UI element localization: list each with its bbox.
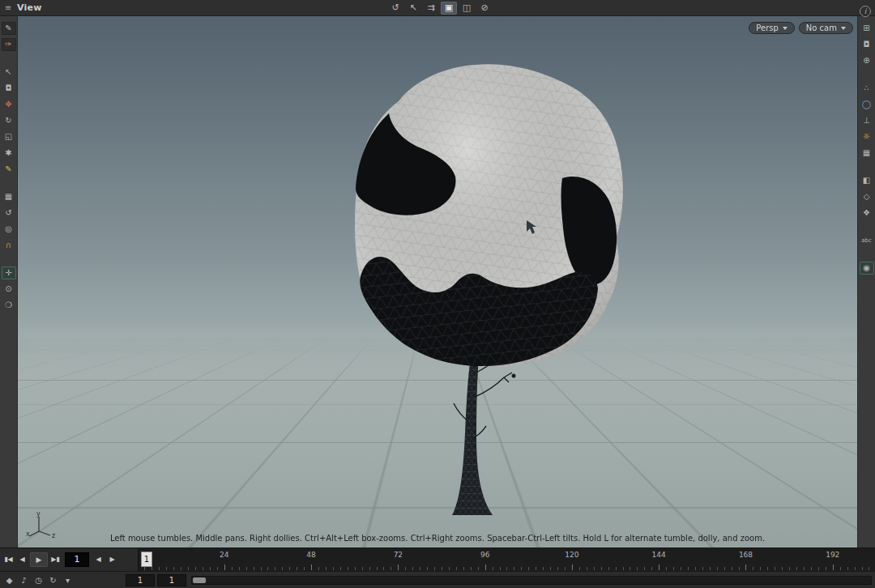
- step-back-button[interactable]: ◀: [92, 552, 105, 567]
- frame-tick: [616, 567, 617, 570]
- character-tool-icon[interactable]: ◎: [2, 223, 16, 236]
- lights-display-icon[interactable]: ☼: [860, 130, 874, 143]
- playbar-menu-icon[interactable]: ▾: [62, 574, 74, 586]
- frame-tick: [254, 567, 254, 570]
- frame-tick: [572, 565, 573, 570]
- layout-expand-icon[interactable]: ⊞: [860, 22, 874, 35]
- frame-tick: [601, 567, 602, 570]
- frame-tick: [289, 567, 290, 570]
- dynamics-tool-icon[interactable]: ↺: [2, 207, 16, 219]
- tree-trunk[interactable]: [452, 347, 517, 515]
- frame-tick: [739, 567, 740, 570]
- play-button[interactable]: ▶: [30, 552, 48, 567]
- rotate-tool-icon[interactable]: ↻: [2, 114, 16, 127]
- frame-tick: [159, 567, 160, 570]
- frame-tick: [412, 567, 413, 570]
- frame-tick: [840, 567, 841, 570]
- frame-tick: [203, 567, 203, 570]
- frame-tick: [594, 567, 595, 570]
- frame-tick: [630, 567, 630, 570]
- realtime-toggle-icon[interactable]: ◷: [32, 574, 45, 586]
- snapshot-icon[interactable]: ◉: [860, 262, 874, 275]
- jump-to-start-button[interactable]: ▮◀: [2, 552, 15, 567]
- translate-tool-icon[interactable]: ✥: [2, 98, 16, 111]
- frame-tick: [782, 567, 783, 570]
- brush-mode-icon[interactable]: ✑: [2, 38, 16, 51]
- current-frame-field[interactable]: 1: [65, 552, 89, 567]
- playhead-marker[interactable]: 1: [141, 552, 152, 567]
- frame-tick: [659, 565, 659, 570]
- frame-tick: [282, 567, 283, 570]
- frame-tick: [333, 567, 334, 570]
- frame-tick: [267, 567, 268, 570]
- frame-tick: [724, 567, 725, 570]
- no-cam-menu-button[interactable]: No cam: [799, 22, 853, 34]
- tumble-cursor-icon[interactable]: ↺: [387, 2, 403, 15]
- axis-y-label: y: [36, 510, 41, 518]
- select-tool-icon[interactable]: ↖: [2, 66, 16, 79]
- snap-tool-icon[interactable]: ✱: [2, 147, 16, 160]
- loop-mode-icon[interactable]: ↻: [47, 574, 59, 586]
- light-tool-icon[interactable]: ❍: [2, 299, 16, 312]
- no-live-icon[interactable]: ⊘: [476, 2, 493, 15]
- abc-labels-icon[interactable]: abc: [860, 234, 874, 247]
- tree-canopy[interactable]: [355, 64, 623, 367]
- normals-display-icon[interactable]: ⊥: [860, 114, 874, 127]
- points-display-icon[interactable]: ∴: [860, 82, 874, 95]
- frame-tick: [420, 567, 420, 570]
- frame-tick: [181, 567, 181, 570]
- range-slider-handle[interactable]: [193, 577, 206, 583]
- range-end-field[interactable]: 1: [157, 574, 186, 586]
- range-start-field[interactable]: 1: [126, 574, 155, 586]
- lock-selection-icon[interactable]: ◘: [2, 82, 16, 95]
- frame-tick: [796, 567, 797, 570]
- grid-display-icon[interactable]: ▦: [860, 147, 874, 160]
- frame-tick: [485, 565, 486, 570]
- viewport-toolbar: ↺↖⇉▣◫⊘: [387, 1, 493, 15]
- frame-tick: [811, 567, 812, 570]
- view-tool-icon[interactable]: ✛: [2, 266, 16, 279]
- frame-tick: [826, 567, 826, 570]
- pane-menu-icon[interactable]: ≡: [0, 3, 16, 12]
- pen-tool-icon[interactable]: ✎: [2, 163, 16, 176]
- jump-to-end-button[interactable]: ▶▮: [49, 552, 62, 567]
- edit-mode-icon[interactable]: ✎: [2, 22, 16, 35]
- point-numbers-icon[interactable]: ◯: [860, 98, 874, 111]
- pan-cursor-icon[interactable]: ⇉: [423, 2, 439, 15]
- audio-tool-icon[interactable]: ∩: [2, 239, 16, 252]
- frame-tick: [456, 567, 457, 570]
- frame-label: 120: [565, 551, 578, 559]
- step-forward-button[interactable]: ▶: [106, 552, 118, 567]
- frame-tick: [688, 567, 689, 570]
- frame-tick: [405, 567, 406, 570]
- frame-tick: [377, 567, 378, 570]
- range-slider[interactable]: [191, 576, 872, 585]
- set-pivot-icon[interactable]: ⊕: [860, 54, 874, 67]
- camera-flipbook-icon[interactable]: ◫: [459, 2, 475, 15]
- frame-label: 192: [826, 551, 839, 559]
- frame-tick: [195, 567, 196, 570]
- frame-tick: [326, 567, 327, 570]
- timeline-ruler[interactable]: 1 24487296120144168192: [138, 548, 875, 571]
- frame-tick: [767, 567, 768, 570]
- pose-tool-icon[interactable]: ▦: [2, 190, 16, 203]
- orbit-view-icon[interactable]: ⊙: [2, 283, 16, 296]
- group-list-icon[interactable]: ❖: [860, 207, 874, 219]
- help-icon[interactable]: i: [860, 6, 871, 17]
- keyframe-icon[interactable]: ◆: [3, 574, 15, 586]
- shaded-mode-icon[interactable]: ◧: [860, 174, 874, 187]
- view-state-icon[interactable]: ▣: [441, 2, 457, 15]
- viewport[interactable]: Persp No cam y x z Left mouse: [18, 16, 857, 548]
- select-cursor-icon[interactable]: ↖: [405, 2, 421, 15]
- frame-tick: [847, 567, 848, 570]
- frame-tick: [666, 567, 667, 570]
- lock-camera-icon[interactable]: ◘: [860, 38, 874, 51]
- audio-toggle-icon[interactable]: ♪: [18, 574, 30, 586]
- dropdown-caret-icon: [841, 27, 846, 30]
- scale-tool-icon[interactable]: ◱: [2, 130, 16, 143]
- viewport-help-text: Left mouse tumbles. Middle pans. Right d…: [18, 534, 857, 543]
- frame-tick: [833, 565, 834, 570]
- persp-menu-button[interactable]: Persp: [749, 22, 795, 34]
- play-reverse-button[interactable]: ◀: [16, 552, 28, 567]
- wireframe-mode-icon[interactable]: ◇: [860, 190, 874, 203]
